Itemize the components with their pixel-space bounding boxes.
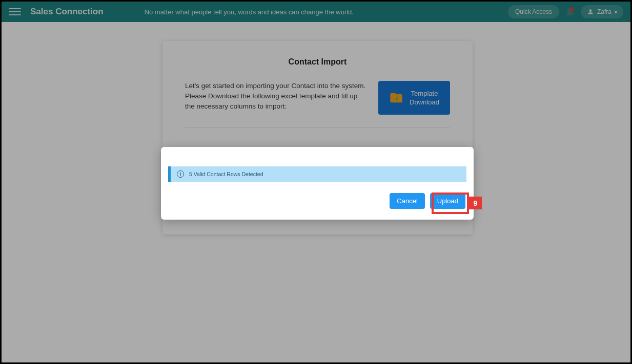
cancel-button[interactable]: Cancel <box>390 193 424 209</box>
modal-actions: Cancel Upload <box>168 193 466 209</box>
alert-bar: i 5 Valid Contact Rows Detected <box>168 166 466 182</box>
info-icon: i <box>177 170 184 178</box>
upload-confirmation-modal: i 5 Valid Contact Rows Detected Cancel U… <box>161 147 474 220</box>
annotation-callout-number: 9 <box>469 197 482 209</box>
alert-text: 5 Valid Contact Rows Detected <box>189 171 263 177</box>
upload-button[interactable]: Upload <box>430 193 465 209</box>
